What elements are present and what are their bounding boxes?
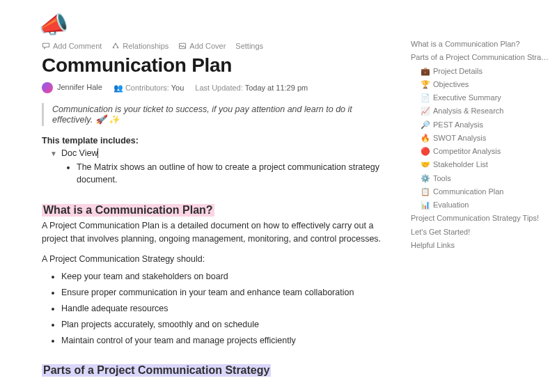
list-item: The Matrix shows an outline of how to cr… (77, 161, 391, 186)
outline-item-label: PEST Analysis (433, 120, 483, 129)
outline-item[interactable]: Parts of a Project Communication Strateg… (411, 51, 550, 64)
outline-item[interactable]: Project Communication Strategy Tips! (411, 212, 550, 225)
updated-value: Today at 11:29 pm (245, 84, 308, 92)
template-includes-label[interactable]: This template includes: (42, 136, 391, 146)
outline-item-icon: 🔴 (421, 147, 430, 155)
outline-item-icon: 🏆 (421, 80, 430, 88)
outline-sub-item[interactable]: 🏆Objectives (411, 78, 550, 91)
last-updated-field: Last Updated: Today at 11:29 pm (195, 84, 308, 92)
outline-item-label: Analysis & Research (433, 107, 504, 115)
outline-item-icon: 📊 (421, 201, 430, 209)
contributors-label: Contributors: (125, 84, 169, 92)
outline-item[interactable]: Helpful Links (411, 239, 550, 252)
outline-item-label: Tools (433, 174, 451, 182)
add-cover-label: Add Cover (189, 42, 226, 50)
chevron-down-icon: ▼ (50, 150, 57, 157)
body-paragraph[interactable]: A Project Communication Strategy should: (42, 253, 391, 266)
outline-item-icon: 🔥 (421, 134, 430, 142)
heading-what-is[interactable]: What is a Communication Plan? (42, 204, 214, 217)
add-comment-button[interactable]: Add Comment (42, 42, 102, 50)
people-icon: 👥 (113, 84, 123, 92)
relationships-button[interactable]: Relationships (111, 42, 168, 50)
comment-icon (42, 42, 50, 50)
outline-item-label: SWOT Analysis (433, 134, 486, 142)
list-item: Maintain control of your team and manage… (61, 333, 391, 349)
outline-sub-item[interactable]: 🔎PEST Analysis (411, 118, 550, 132)
add-cover-button[interactable]: Add Cover (178, 42, 226, 50)
toggle-content[interactable]: The Matrix shows an outline of how to cr… (77, 161, 391, 186)
contributors-value: You (171, 84, 185, 92)
outline-item[interactable]: What is a Communication Plan? (411, 38, 550, 51)
outline-item-icon: 📈 (421, 107, 430, 115)
outline-item-label: Objectives (433, 80, 469, 88)
outline-item-icon: 📄 (421, 93, 430, 102)
updated-label: Last Updated: (195, 84, 243, 92)
add-comment-label: Add Comment (53, 42, 102, 50)
relationships-icon (111, 42, 120, 50)
contributors-field[interactable]: 👥 Contributors: You (113, 84, 184, 93)
list-item: Plan projects accurately, smoothly and o… (61, 317, 391, 333)
outline-sub-item[interactable]: 📄Executive Summary (411, 91, 550, 104)
image-icon (178, 42, 187, 50)
outline-item-label: Evaluation (433, 201, 469, 209)
outline-sidebar: What is a Communication Plan? Parts of a… (405, 0, 557, 392)
author-field[interactable]: Jennifer Hale (42, 82, 102, 93)
toggle-doc-view[interactable]: ▼ Doc View (50, 148, 391, 158)
outline-item-label: Stakeholder List (433, 160, 488, 168)
list-item: Handle adequate resources (61, 301, 391, 317)
outline-item[interactable]: Let's Get Started! (411, 226, 550, 239)
avatar (42, 82, 53, 93)
outline-item-icon: 🤝 (421, 160, 430, 168)
outline-sub-item[interactable]: 🔴Competitor Analysis (411, 145, 550, 158)
outline-item-icon: 💼 (421, 67, 430, 75)
outline-item-icon: 📋 (421, 187, 430, 196)
outline-sub-item[interactable]: 🔥SWOT Analysis (411, 132, 550, 145)
outline-sub-item[interactable]: 💼Project Details (411, 65, 550, 78)
outline-item-label: Competitor Analysis (433, 147, 501, 155)
heading-parts[interactable]: Parts of a Project Communication Strateg… (42, 364, 271, 377)
outline-sub-item[interactable]: 📊Evaluation (411, 198, 550, 212)
outline-sub-item[interactable]: 📈Analysis & Research (411, 104, 550, 118)
body-paragraph[interactable]: A Project Communication Plan is a detail… (42, 219, 391, 246)
outline-item-label: Executive Summary (433, 93, 501, 102)
strategy-list[interactable]: Keep your team and stakeholders on board… (61, 269, 391, 350)
list-item: Ensure proper communication in your team… (61, 285, 391, 301)
page-title[interactable]: Communication Plan (42, 54, 391, 77)
page-actions: Add Comment Relationships Add Cover Sett… (42, 42, 391, 50)
outline-item-label: Communication Plan (433, 187, 504, 196)
quote-block[interactable]: Communication is your ticket to success,… (42, 103, 391, 126)
outline-item-icon: 🔎 (421, 120, 430, 129)
list-item: Keep your team and stakeholders on board (61, 269, 391, 285)
outline-item-icon: ⚙️ (421, 174, 430, 182)
outline-sub-item[interactable]: 🤝Stakeholder List (411, 158, 550, 171)
document-main: 📣 Add Comment Relationships Add Cover Se… (0, 0, 405, 392)
relationships-label: Relationships (123, 42, 168, 50)
page-icon[interactable]: 📣 (39, 13, 391, 36)
toggle-label: Doc View (61, 148, 99, 158)
outline-sub-item[interactable]: ⚙️Tools (411, 172, 550, 185)
settings-button[interactable]: Settings (235, 42, 263, 50)
outline-sub-item[interactable]: 📋Communication Plan (411, 185, 550, 198)
page-meta: Jennifer Hale 👥 Contributors: You Last U… (42, 82, 391, 93)
settings-label: Settings (235, 42, 263, 50)
author-name: Jennifer Hale (57, 83, 102, 91)
outline-item-label: Project Details (433, 67, 483, 75)
